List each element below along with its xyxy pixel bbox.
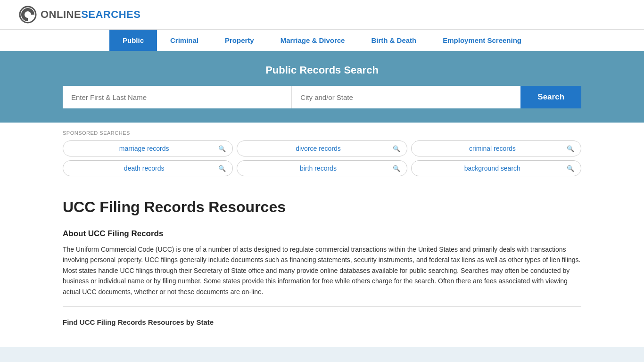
main-nav: Public Criminal Property Marriage & Divo…	[0, 29, 644, 51]
search-icon-5: 🔍	[393, 165, 400, 172]
nav-public[interactable]: Public	[109, 30, 157, 51]
sponsored-grid: marriage records 🔍 divorce records 🔍 cri…	[63, 140, 581, 176]
sponsored-area: SPONSORED SEARCHES marriage records 🔍 di…	[44, 123, 600, 185]
logo[interactable]: ONLINESEARCHES	[19, 6, 140, 24]
nav-criminal[interactable]: Criminal	[157, 30, 212, 51]
sponsored-background-search[interactable]: background search 🔍	[411, 160, 581, 176]
search-icon-4: 🔍	[218, 165, 226, 172]
sponsored-marriage-records[interactable]: marriage records 🔍	[63, 140, 233, 156]
search-icon-2: 🔍	[393, 145, 400, 152]
search-band-title: Public Records Search	[19, 64, 625, 76]
sponsored-label: SPONSORED SEARCHES	[63, 130, 581, 136]
divider	[63, 306, 581, 307]
search-row: Search	[63, 86, 581, 108]
sponsored-birth-records-text: birth records	[244, 165, 392, 172]
sponsored-background-search-text: background search	[418, 165, 567, 172]
sponsored-marriage-records-text: marriage records	[70, 145, 218, 152]
about-section-body: The Uniform Commercial Code (UCC) is one…	[63, 244, 581, 297]
logo-icon	[19, 6, 37, 24]
nav-birth-death[interactable]: Birth & Death	[358, 30, 429, 51]
page-title: UCC Filing Records Resources	[63, 185, 581, 216]
nav-employment[interactable]: Employment Screening	[429, 30, 535, 51]
sponsored-birth-records[interactable]: birth records 🔍	[237, 160, 407, 176]
logo-text: ONLINESEARCHES	[41, 8, 140, 21]
sponsored-criminal-records[interactable]: criminal records 🔍	[411, 140, 581, 156]
location-input[interactable]	[292, 86, 520, 108]
search-button[interactable]: Search	[520, 86, 581, 108]
sponsored-criminal-records-text: criminal records	[418, 145, 567, 152]
search-icon-6: 🔍	[567, 165, 574, 172]
find-by-state: Find UCC Filing Records Resources by Sta…	[63, 313, 581, 328]
search-icon-3: 🔍	[567, 145, 574, 152]
main-content: UCC Filing Records Resources About UCC F…	[44, 185, 600, 347]
sponsored-divorce-records-text: divorce records	[244, 145, 392, 152]
sponsored-death-records[interactable]: death records 🔍	[63, 160, 233, 176]
about-section-title: About UCC Filing Records	[63, 229, 581, 239]
sponsored-death-records-text: death records	[70, 165, 218, 172]
svg-point-1	[25, 11, 31, 18]
search-band: Public Records Search Search	[0, 51, 644, 123]
nav-marriage-divorce[interactable]: Marriage & Divorce	[267, 30, 358, 51]
search-icon-1: 🔍	[218, 145, 226, 152]
sponsored-divorce-records[interactable]: divorce records 🔍	[237, 140, 407, 156]
nav-property[interactable]: Property	[212, 30, 267, 51]
name-input[interactable]	[63, 86, 292, 108]
